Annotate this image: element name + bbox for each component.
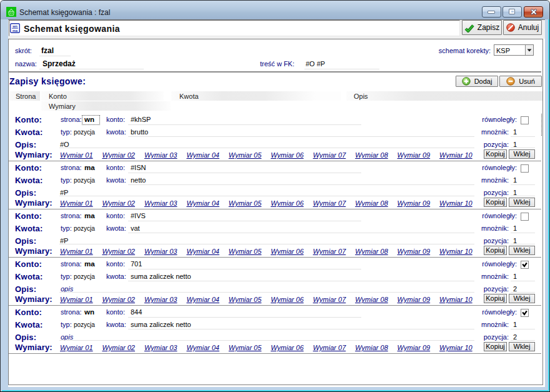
svg-text:ma: ma [12,29,18,33]
svg-text:wn: wn [12,24,18,28]
